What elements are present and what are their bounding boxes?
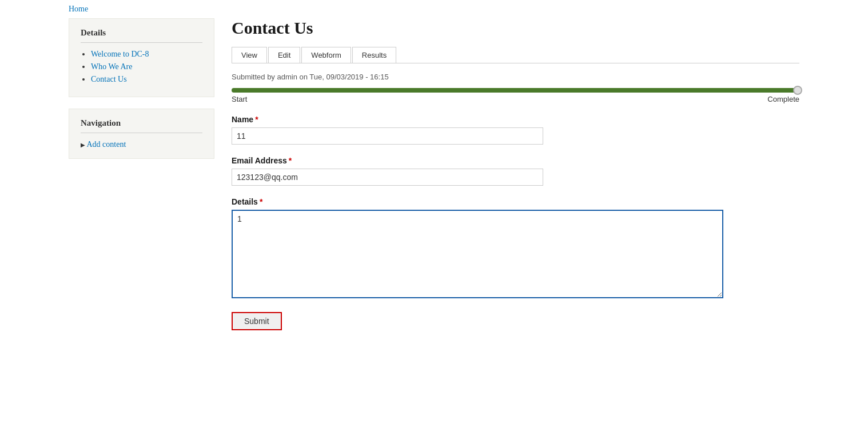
details-textarea[interactable]: 1 [232, 210, 723, 298]
sidebar-details-block: Details Welcome to DC-8 Who We Are Conta… [69, 18, 214, 97]
tab-view[interactable]: View [232, 47, 267, 63]
name-field-group: Name* [232, 115, 799, 145]
name-required: * [255, 115, 258, 124]
sidebar-details-list: Welcome to DC-8 Who We Are Contact Us [81, 50, 202, 84]
email-required: * [289, 156, 292, 165]
sidebar-navigation-heading: Navigation [81, 118, 202, 133]
details-label: Details* [232, 197, 799, 206]
sidebar-nav-add-content[interactable]: Add content [81, 140, 202, 149]
sidebar-details-heading: Details [81, 28, 202, 43]
progress-labels: Start Complete [232, 95, 799, 103]
sidebar-link-who-we-are[interactable]: Who We Are [91, 62, 132, 71]
name-label: Name* [232, 115, 799, 124]
main-content: Contact Us View Edit Webform Results Sub… [232, 18, 799, 330]
progress-container: Start Complete [232, 88, 799, 103]
email-label: Email Address* [232, 156, 799, 165]
list-item: Contact Us [91, 75, 202, 84]
submitted-info: Submitted by admin on Tue, 09/03/2019 - … [232, 73, 799, 81]
progress-start-label: Start [232, 95, 247, 103]
details-field-group: Details* 1 [232, 197, 799, 301]
sidebar: Details Welcome to DC-8 Who We Are Conta… [69, 18, 214, 330]
tab-results[interactable]: Results [352, 47, 396, 63]
email-field-group: Email Address* [232, 156, 799, 186]
tab-edit[interactable]: Edit [268, 47, 300, 63]
home-link[interactable]: Home [69, 5, 88, 13]
list-item: Who We Are [91, 62, 202, 71]
add-content-link[interactable]: Add content [87, 140, 126, 149]
list-item: Welcome to DC-8 [91, 50, 202, 59]
email-input[interactable] [232, 169, 543, 186]
sidebar-link-contact-us[interactable]: Contact Us [91, 75, 127, 83]
sidebar-navigation-block: Navigation Add content [69, 109, 214, 159]
page-title: Contact Us [232, 18, 799, 38]
progress-complete-label: Complete [767, 95, 799, 103]
details-required: * [260, 197, 262, 206]
submit-button[interactable]: Submit [232, 312, 282, 330]
tab-bar: View Edit Webform Results [232, 47, 799, 63]
tab-webform[interactable]: Webform [301, 47, 351, 63]
sidebar-link-welcome[interactable]: Welcome to DC-8 [91, 50, 149, 58]
progress-bar-fill [232, 88, 799, 93]
name-input[interactable] [232, 127, 543, 145]
progress-bar-track [232, 88, 799, 93]
